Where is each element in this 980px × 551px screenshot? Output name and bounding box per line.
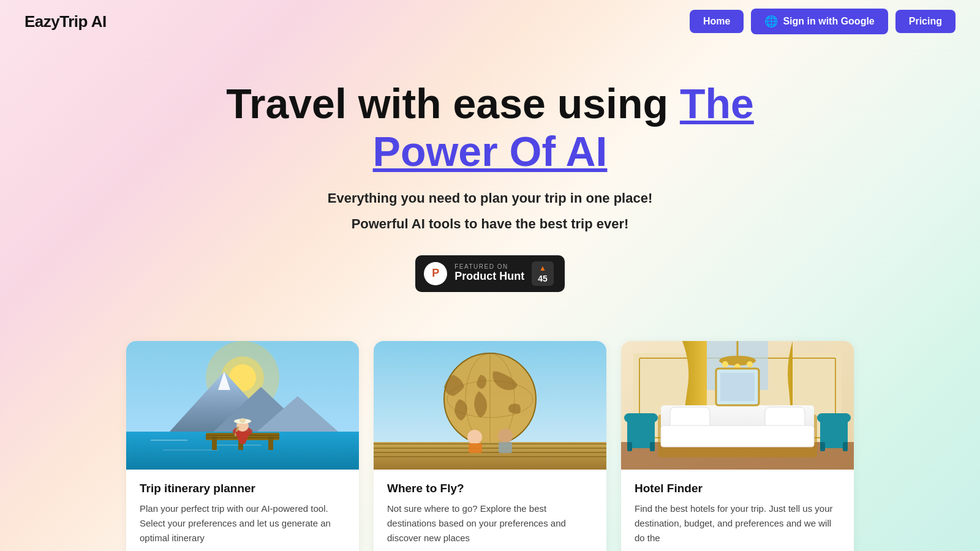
card-hotel-image [621, 341, 854, 470]
upvote-count: 45 [538, 274, 548, 283]
svg-rect-52 [661, 425, 814, 447]
nav-actions: Home 🌐 Sign in with Google Pricing [690, 9, 956, 34]
hero-subtitle-2: Powerful AI tools to have the best trip … [24, 213, 956, 234]
svg-rect-55 [627, 442, 632, 451]
hero-title: Travel with ease using The Power Of AI [214, 80, 766, 175]
product-hunt-upvote[interactable]: ▲ 45 [532, 261, 554, 286]
product-hunt-logo: P [424, 262, 447, 285]
card-itinerary-title: Trip itinerary planner [140, 482, 345, 495]
pricing-button[interactable]: Pricing [895, 10, 956, 33]
card-hotel-desc: Find the best hotels for your trip. Just… [635, 501, 840, 545]
google-icon: 🌐 [764, 15, 778, 28]
svg-point-33 [467, 430, 482, 444]
svg-rect-28 [374, 442, 606, 470]
product-hunt-badge[interactable]: P FEATURED ON Product Hunt ▲ 45 [415, 255, 565, 292]
nav-logo: EazyTrip AI [24, 12, 107, 31]
card-fly-desc: Not sure where to go? Explore the best d… [387, 501, 593, 545]
svg-rect-21 [239, 418, 246, 423]
card-itinerary-image [126, 341, 359, 470]
upvote-arrow-icon: ▲ [539, 264, 546, 272]
svg-rect-58 [817, 413, 851, 422]
card-itinerary-body: Trip itinerary planner Plan your perfect… [126, 470, 359, 551]
svg-rect-34 [469, 443, 482, 453]
card-fly-body: Where to Fly? Not sure where to go? Expl… [374, 470, 606, 551]
svg-rect-60 [843, 442, 848, 451]
navbar: EazyTrip AI Home 🌐 Sign in with Google P… [0, 0, 980, 43]
product-hunt-featured-label: FEATURED ON [454, 263, 508, 270]
svg-rect-54 [624, 413, 658, 422]
svg-point-47 [747, 361, 753, 367]
svg-point-35 [498, 429, 513, 443]
svg-rect-13 [212, 437, 217, 450]
hero-subtitle-1: Everything you need to plan your trip in… [24, 187, 956, 209]
svg-rect-56 [650, 442, 655, 451]
hero-section: Travel with ease using The Power Of AI E… [0, 43, 980, 317]
svg-rect-59 [820, 442, 825, 451]
product-hunt-text: FEATURED ON Product Hunt [454, 263, 524, 283]
svg-point-45 [722, 361, 728, 367]
card-hotel-body: Hotel Finder Find the best hotels for yo… [621, 470, 854, 551]
card-fly-title: Where to Fly? [387, 482, 593, 495]
product-hunt-name: Product Hunt [454, 270, 524, 283]
card-hotel: Hotel Finder Find the best hotels for yo… [621, 341, 854, 551]
home-button[interactable]: Home [690, 10, 744, 33]
cards-section: Trip itinerary planner Plan your perfect… [0, 317, 980, 551]
card-itinerary: Trip itinerary planner Plan your perfect… [126, 341, 359, 551]
svg-rect-14 [268, 437, 273, 450]
card-itinerary-desc: Plan your perfect trip with our AI-power… [140, 501, 345, 545]
svg-rect-62 [720, 373, 755, 401]
card-fly: Where to Fly? Not sure where to go? Expl… [374, 341, 606, 551]
card-fly-image [374, 341, 606, 470]
svg-rect-36 [499, 442, 512, 453]
signin-button[interactable]: 🌐 Sign in with Google [751, 9, 888, 34]
card-hotel-title: Hotel Finder [635, 482, 840, 495]
